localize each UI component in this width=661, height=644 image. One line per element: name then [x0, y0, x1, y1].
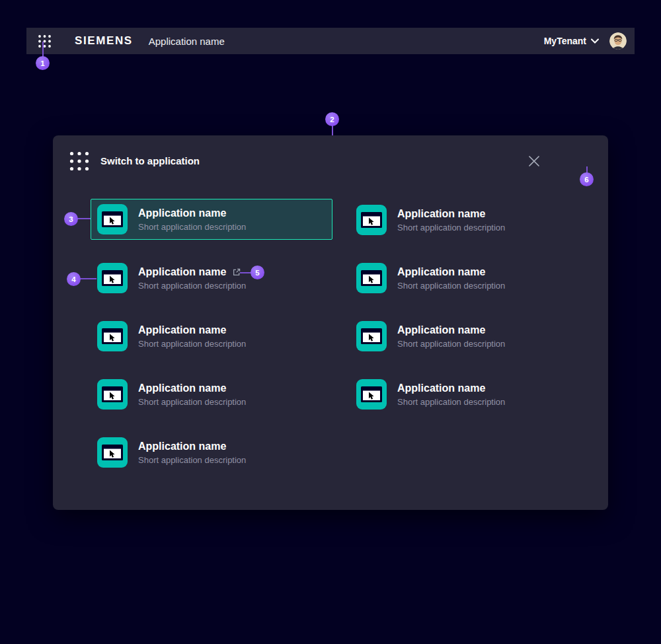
- annotation-badge-4: 4: [67, 272, 81, 286]
- annotation-line-1: [42, 42, 44, 57]
- app-description: Short application description: [138, 222, 246, 233]
- application-window-cursor-icon: [356, 321, 387, 351]
- user-avatar[interactable]: [609, 32, 627, 50]
- app-tile-external[interactable]: Application name Short application descr…: [91, 258, 332, 299]
- application-window-cursor-icon: [356, 379, 387, 410]
- close-button[interactable]: [528, 155, 540, 167]
- navbar-application-title: Application name: [149, 36, 225, 47]
- application-window-cursor-icon: [97, 437, 128, 468]
- app-tile[interactable]: Application name Short application descr…: [91, 316, 332, 357]
- application-window-cursor-icon: [356, 205, 387, 235]
- application-window-cursor-icon: [97, 204, 128, 234]
- application-window-cursor-icon: [97, 263, 128, 293]
- app-description: Short application description: [397, 397, 505, 408]
- app-description: Short application description: [138, 281, 246, 291]
- annotation-line-3: [77, 218, 91, 219]
- siemens-logo: SIEMENS: [75, 34, 133, 48]
- top-navbar: SIEMENS Application name MyTenant: [26, 28, 635, 54]
- app-name: Application name: [397, 382, 485, 395]
- app-name: Application name: [138, 382, 226, 395]
- tenant-selector[interactable]: MyTenant: [544, 36, 599, 46]
- application-window-cursor-icon: [97, 321, 128, 351]
- app-name: Application name: [138, 324, 226, 337]
- app-name: Application name: [138, 207, 226, 220]
- chevron-down-icon: [591, 38, 599, 44]
- app-description: Short application description: [397, 223, 505, 233]
- annotation-line-4: [80, 278, 97, 279]
- app-description: Short application description: [397, 339, 505, 349]
- annotation-badge-1: 1: [36, 56, 50, 70]
- annotation-badge-2: 2: [325, 112, 339, 126]
- app-tile[interactable]: Application name Short application descr…: [350, 374, 592, 415]
- app-description: Short application description: [138, 397, 246, 408]
- application-window-cursor-icon: [97, 379, 128, 410]
- close-icon: [528, 155, 540, 167]
- app-name: Application name: [397, 207, 485, 221]
- app-tile-selected[interactable]: Application name Short application descr…: [91, 199, 332, 240]
- app-name: Application name: [138, 440, 226, 453]
- app-launcher-grid-icon: [38, 34, 52, 48]
- annotation-badge-6: 6: [580, 172, 594, 186]
- app-tile[interactable]: Application name Short application descr…: [350, 199, 592, 240]
- app-description: Short application description: [138, 339, 246, 349]
- app-name: Application name: [397, 266, 485, 279]
- annotation-line-5: [240, 272, 251, 273]
- tenant-label: MyTenant: [544, 36, 586, 46]
- app-tile[interactable]: Application name Short application descr…: [350, 258, 592, 299]
- app-tile[interactable]: Application name Short application descr…: [91, 432, 332, 473]
- app-name: Application name: [138, 266, 226, 279]
- app-tile[interactable]: Application name Short application descr…: [350, 316, 592, 357]
- annotation-line-2: [332, 125, 333, 135]
- annotation-badge-3: 3: [64, 212, 78, 226]
- application-window-cursor-icon: [356, 263, 387, 293]
- annotation-badge-5: 5: [251, 266, 264, 279]
- app-description: Short application description: [138, 455, 246, 466]
- app-description: Short application description: [397, 281, 505, 291]
- app-launcher-grid-icon-large: [69, 151, 89, 171]
- app-tile[interactable]: Application name Short application descr…: [91, 374, 332, 415]
- modal-title: Switch to application: [100, 155, 200, 166]
- app-launcher-button[interactable]: [37, 34, 52, 48]
- app-name: Application name: [397, 324, 485, 337]
